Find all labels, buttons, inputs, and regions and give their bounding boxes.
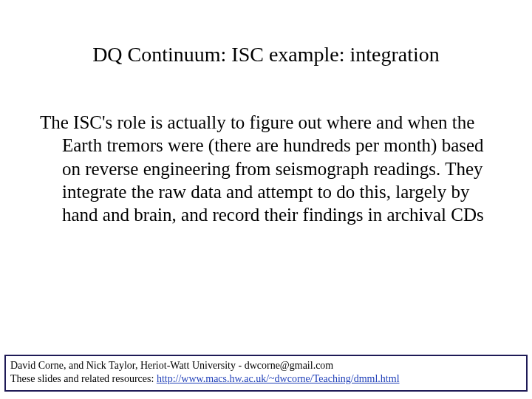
footer: David Corne, and Nick Taylor, Heriot-Wat… [4, 355, 528, 392]
slide-title: DQ Continuum: ISC example: integration [0, 43, 532, 66]
footer-line-1: David Corne, and Nick Taylor, Heriot-Wat… [10, 359, 522, 372]
slide-body: The ISC's role is actually to figure out… [40, 111, 494, 226]
footer-authors: David Corne, and Nick Taylor, Heriot-Wat… [10, 360, 245, 371]
body-paragraph: The ISC's role is actually to figure out… [40, 111, 494, 226]
footer-resources-label: These slides and related resources: [10, 373, 157, 384]
footer-link[interactable]: http://www.macs.hw.ac.uk/~dwcorne/Teachi… [157, 373, 400, 384]
slide: DQ Continuum: ISC example: integration T… [0, 0, 532, 399]
footer-email: dwcorne@gmail.com [245, 360, 334, 371]
footer-line-2: These slides and related resources: http… [10, 372, 522, 386]
